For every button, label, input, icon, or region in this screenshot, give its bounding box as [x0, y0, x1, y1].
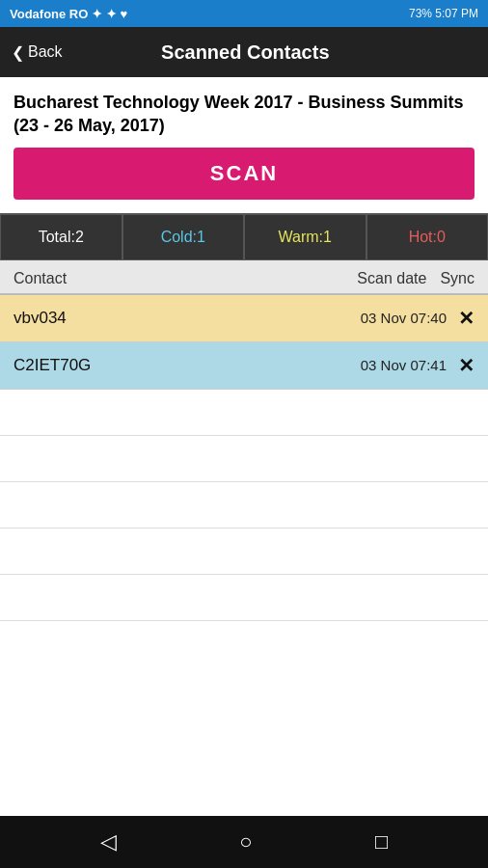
- carrier-info: Vodafone RO ✦ ✦ ♥: [10, 7, 127, 21]
- col-sync: Sync: [440, 270, 474, 287]
- scan-date-value: 03 Nov 07:40: [361, 310, 447, 326]
- contacts-list: vbv03403 Nov 07:40✕C2IET70G03 Nov 07:41✕: [0, 295, 488, 390]
- signal-icons: ✦ ✦ ♥: [92, 7, 127, 21]
- stat-total[interactable]: Total:2: [0, 214, 122, 260]
- status-bar: Vodafone RO ✦ ✦ ♥ 73% 5:07 PM: [0, 0, 488, 27]
- contact-row-right: 03 Nov 07:40✕: [361, 309, 474, 328]
- col-scan-date: Scan date: [357, 270, 426, 287]
- empty-row: [0, 575, 488, 621]
- back-label: Back: [28, 43, 63, 61]
- col-contact: Contact: [14, 270, 67, 287]
- table-row: C2IET70G03 Nov 07:41✕: [0, 342, 488, 390]
- back-nav-icon[interactable]: ◁: [100, 829, 117, 854]
- stats-row: Total:2 Cold:1 Warm:1 Hot:0: [0, 213, 488, 260]
- scan-button[interactable]: SCAN: [14, 148, 474, 200]
- empty-row: [0, 390, 488, 436]
- home-nav-icon[interactable]: ○: [239, 829, 252, 854]
- empty-row: [0, 436, 488, 482]
- back-chevron-icon: ❮: [12, 43, 24, 62]
- main-content: Bucharest Technology Week 2017 - Busines…: [0, 77, 488, 816]
- empty-row: [0, 529, 488, 575]
- event-title: Bucharest Technology Week 2017 - Busines…: [0, 77, 488, 148]
- recent-nav-icon[interactable]: □: [375, 829, 388, 854]
- contact-name: vbv034: [14, 309, 67, 328]
- table-row: vbv03403 Nov 07:40✕: [0, 295, 488, 342]
- page-title: Scanned Contacts: [63, 41, 428, 64]
- bottom-nav: ◁ ○ □: [0, 816, 488, 868]
- stat-warm[interactable]: Warm:1: [244, 214, 366, 260]
- col-right-headers: Scan date Sync: [357, 270, 474, 287]
- contact-row-right: 03 Nov 07:41✕: [361, 356, 474, 375]
- status-right-info: 73% 5:07 PM: [409, 7, 478, 20]
- nav-bar: ❮ Back Scanned Contacts: [0, 27, 488, 77]
- stat-hot[interactable]: Hot:0: [366, 214, 489, 260]
- contact-name: C2IET70G: [14, 356, 91, 375]
- stat-cold[interactable]: Cold:1: [122, 214, 245, 260]
- empty-rows: [0, 390, 488, 621]
- delete-contact-button[interactable]: ✕: [458, 309, 474, 328]
- delete-contact-button[interactable]: ✕: [458, 356, 474, 375]
- back-button[interactable]: ❮ Back: [12, 43, 63, 62]
- scan-date-value: 03 Nov 07:41: [361, 357, 447, 373]
- battery-time: 73% 5:07 PM: [409, 7, 478, 20]
- table-header: Contact Scan date Sync: [0, 260, 488, 295]
- empty-row: [0, 482, 488, 529]
- carrier-text: Vodafone RO: [10, 7, 88, 21]
